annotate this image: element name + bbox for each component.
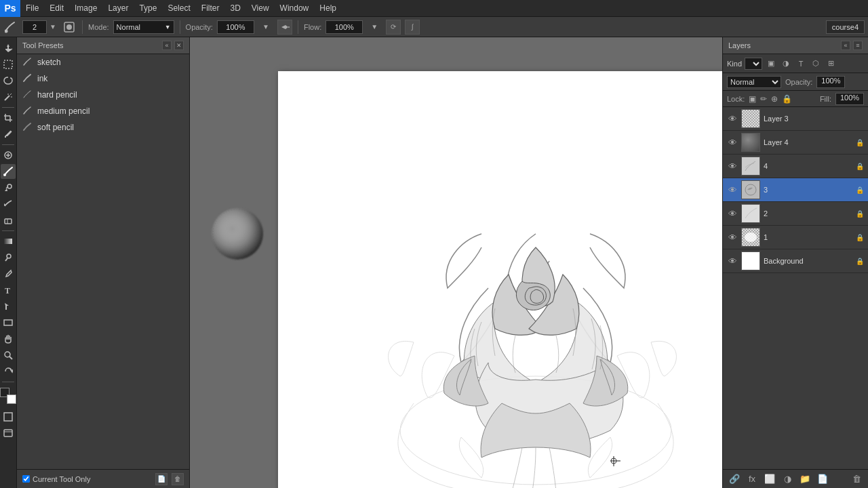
delete-layer-btn[interactable]: 🗑 xyxy=(850,473,863,485)
menu-help[interactable]: Help xyxy=(314,0,342,17)
tool-move[interactable] xyxy=(1,41,16,56)
svg-rect-22 xyxy=(4,239,12,244)
layer-group-btn[interactable]: 📁 xyxy=(799,473,811,485)
smooth-btn[interactable]: ⟳ xyxy=(386,20,401,35)
layers-kind-select[interactable] xyxy=(745,58,762,70)
opacity-arrow[interactable]: ▼ xyxy=(258,20,273,35)
tool-stamp[interactable] xyxy=(1,180,16,195)
layer-item-4[interactable]: 👁 4 🔒 xyxy=(723,155,868,178)
flow-value[interactable]: 100% xyxy=(326,20,363,34)
layer-item-3[interactable]: 👁 3 🔒 xyxy=(723,178,868,202)
adjustment-layer-btn[interactable]: ◑ xyxy=(781,473,793,485)
tool-wand[interactable] xyxy=(1,89,16,104)
brush-size-input[interactable] xyxy=(22,20,47,34)
airbrush-btn[interactable] xyxy=(277,20,292,35)
fill-input[interactable]: 100% xyxy=(835,93,864,105)
lock-position-icon[interactable]: 🔒 xyxy=(782,94,792,104)
menu-select[interactable]: Select xyxy=(162,0,195,17)
layers-blend-select[interactable]: Normal xyxy=(727,76,781,88)
svg-rect-42 xyxy=(742,110,760,127)
preset-ink[interactable]: ink xyxy=(17,70,189,87)
tool-eyedropper[interactable] xyxy=(1,127,16,142)
layer-item-background[interactable]: 👁 Background 🔒 xyxy=(723,249,868,273)
tool-rotate[interactable] xyxy=(1,364,16,379)
color-swatches[interactable] xyxy=(0,388,16,404)
current-tool-checkbox[interactable] xyxy=(22,475,30,483)
tool-hand[interactable] xyxy=(1,331,16,346)
opacity-value[interactable]: 100% xyxy=(217,20,254,34)
preset-sketch[interactable]: sketch xyxy=(17,54,189,70)
layer4-visibility[interactable]: 👁 xyxy=(727,137,738,148)
layer-3-visibility[interactable]: 👁 xyxy=(727,184,738,195)
layers-filter-type[interactable]: T xyxy=(795,58,807,70)
opacity-input[interactable]: 100% xyxy=(816,76,845,88)
svg-point-28 xyxy=(5,352,10,357)
new-layer-btn[interactable]: 📄 xyxy=(816,473,829,485)
menu-layer[interactable]: Layer xyxy=(102,0,134,17)
layer3-visibility[interactable]: 👁 xyxy=(727,113,738,124)
brush-size-arrow[interactable]: ▼ xyxy=(48,20,58,35)
menu-type[interactable]: Type xyxy=(134,0,162,17)
background-color[interactable] xyxy=(7,394,16,404)
layer-4-visibility[interactable]: 👁 xyxy=(727,161,738,171)
layer-effects-btn[interactable]: fx xyxy=(746,473,758,485)
background-visibility[interactable]: 👁 xyxy=(727,256,738,266)
preset-medium-pencil[interactable]: medium pencil xyxy=(17,103,189,119)
layers-filter-shape[interactable]: ⬡ xyxy=(810,58,822,70)
layer-1-visibility[interactable]: 👁 xyxy=(727,232,738,243)
tool-pen[interactable] xyxy=(1,266,16,281)
menu-file[interactable]: File xyxy=(20,0,44,17)
menu-image[interactable]: Image xyxy=(69,0,102,17)
menu-view[interactable]: View xyxy=(246,0,275,17)
tool-healing[interactable] xyxy=(1,148,16,163)
tool-shape[interactable] xyxy=(1,315,16,330)
current-tool-only-check[interactable]: Current Tool Only xyxy=(22,475,90,483)
layers-menu-btn[interactable]: ≡ xyxy=(853,41,863,50)
tool-lasso[interactable] xyxy=(1,73,16,88)
delete-preset-btn[interactable]: 🗑 xyxy=(172,473,184,485)
tool-crop[interactable] xyxy=(1,110,16,125)
layer-item-2[interactable]: 👁 2 🔒 xyxy=(723,202,868,226)
tool-marquee[interactable] xyxy=(1,57,16,72)
canvas-area[interactable] xyxy=(190,37,722,488)
link-layers-btn[interactable]: 🔗 xyxy=(728,473,741,485)
layer-mask-btn[interactable]: ⬜ xyxy=(764,473,776,485)
layer-item-layer3[interactable]: 👁 Layer 3 xyxy=(723,107,868,131)
layer-item-layer4[interactable]: 👁 Layer 4 🔒 xyxy=(723,131,868,155)
menu-edit[interactable]: Edit xyxy=(44,0,69,17)
panel-close-btn[interactable]: ✕ xyxy=(174,41,184,50)
layers-filter-smart[interactable]: ⊞ xyxy=(825,58,837,70)
tool-screen-mode[interactable] xyxy=(1,409,16,424)
layer-4-name: 4 xyxy=(764,162,852,170)
tool-frame[interactable] xyxy=(1,426,16,441)
tool-path-select[interactable] xyxy=(1,299,16,314)
tool-dodge[interactable] xyxy=(1,250,16,265)
lock-image-icon[interactable]: ✏ xyxy=(760,94,767,104)
layers-filter-adj[interactable]: ◑ xyxy=(780,58,792,70)
left-toolbar: T xyxy=(0,37,17,488)
canvas[interactable] xyxy=(278,71,722,488)
tool-history-brush[interactable] xyxy=(1,197,16,211)
layers-collapse-btn[interactable]: « xyxy=(841,41,850,50)
pen-pressure-btn[interactable]: ∫ xyxy=(405,20,420,35)
lock-transparent-icon[interactable]: ▣ xyxy=(749,94,756,104)
tool-eraser[interactable] xyxy=(1,213,16,228)
menu-3d[interactable]: 3D xyxy=(224,0,245,17)
tool-type[interactable]: T xyxy=(1,283,16,298)
tool-zoom[interactable] xyxy=(1,348,16,363)
new-preset-btn[interactable]: 📄 xyxy=(155,473,167,485)
layer-2-visibility[interactable]: 👁 xyxy=(727,208,738,219)
flow-arrow[interactable]: ▼ xyxy=(367,20,382,35)
preset-hard-pencil[interactable]: hard pencil xyxy=(17,87,189,103)
tool-brush[interactable] xyxy=(1,164,16,179)
menu-filter[interactable]: Filter xyxy=(196,0,225,17)
layers-filter-pixel[interactable]: ▣ xyxy=(765,58,777,70)
menu-window[interactable]: Window xyxy=(275,0,315,17)
tool-gradient[interactable] xyxy=(1,234,16,249)
layer-item-1[interactable]: 👁 1 🔒 xyxy=(723,226,868,249)
preset-soft-pencil[interactable]: soft pencil xyxy=(17,119,189,136)
brush-preset-icon[interactable] xyxy=(62,20,77,35)
lock-artboard-icon[interactable]: ⊕ xyxy=(771,94,778,104)
panel-collapse-btn[interactable]: « xyxy=(162,41,172,50)
mode-dropdown[interactable]: Normal ▼ xyxy=(113,20,174,34)
